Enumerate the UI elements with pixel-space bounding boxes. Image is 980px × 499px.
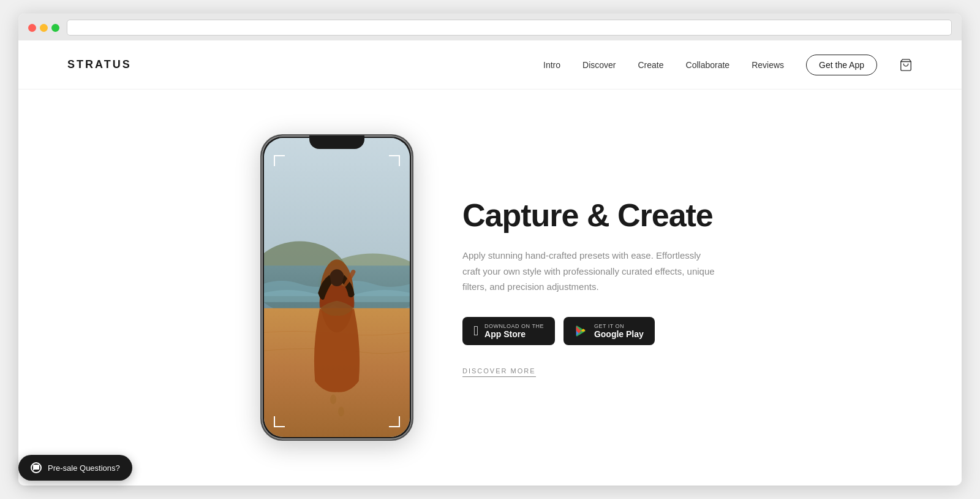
navbar: STRATUS Intro Discover Create Collaborat… bbox=[18, 40, 962, 90]
nav-links: Intro Discover Create Collaborate Review… bbox=[543, 55, 913, 75]
google-play-sub: GET IT ON bbox=[594, 323, 644, 329]
get-app-button[interactable]: Get the App bbox=[806, 55, 877, 75]
app-store-text: Download on the App Store bbox=[484, 323, 544, 339]
focus-bracket-br bbox=[389, 416, 400, 427]
browser-chrome bbox=[18, 13, 962, 40]
focus-bracket-tr bbox=[389, 155, 400, 166]
fullscreen-button[interactable] bbox=[51, 24, 59, 32]
focus-bracket-tl bbox=[274, 155, 285, 166]
nav-discover[interactable]: Discover bbox=[582, 60, 616, 70]
nav-reviews[interactable]: Reviews bbox=[752, 60, 784, 70]
minimize-button[interactable] bbox=[40, 24, 48, 32]
hero-description: Apply stunning hand-crafted presets with… bbox=[462, 248, 720, 295]
google-play-button[interactable]: GET IT ON Google Play bbox=[564, 317, 655, 345]
svg-point-7 bbox=[330, 269, 344, 286]
apple-icon:  bbox=[473, 324, 478, 338]
nav-intro[interactable]: Intro bbox=[543, 60, 560, 70]
page-content: STRATUS Intro Discover Create Collaborat… bbox=[18, 40, 962, 486]
svg-point-9 bbox=[338, 406, 344, 416]
phone-mockup bbox=[260, 134, 413, 441]
cart-icon[interactable] bbox=[899, 58, 913, 72]
hero-title: Capture & Create bbox=[462, 198, 720, 233]
traffic-lights bbox=[28, 24, 59, 32]
brand-logo[interactable]: STRATUS bbox=[67, 58, 132, 71]
google-play-main: Google Play bbox=[594, 329, 644, 339]
google-play-icon bbox=[575, 324, 588, 338]
phone-screen bbox=[264, 138, 410, 437]
store-buttons:  Download on the App Store bbox=[462, 317, 720, 345]
focus-bracket-bl bbox=[274, 416, 285, 427]
app-store-button[interactable]:  Download on the App Store bbox=[462, 317, 555, 345]
address-bar[interactable] bbox=[67, 20, 952, 36]
close-button[interactable] bbox=[28, 24, 36, 32]
chat-icon bbox=[31, 462, 42, 473]
google-play-text: GET IT ON Google Play bbox=[594, 323, 644, 339]
chat-widget[interactable]: Pre-sale Questions? bbox=[18, 455, 132, 481]
hero-text-block: Capture & Create Apply stunning hand-cra… bbox=[462, 198, 720, 377]
beach-scene bbox=[264, 138, 410, 437]
svg-point-8 bbox=[330, 395, 336, 405]
discover-more-link[interactable]: DISCOVER MORE bbox=[462, 367, 536, 377]
hero-section: Capture & Create Apply stunning hand-cra… bbox=[18, 90, 962, 486]
chat-label: Pre-sale Questions? bbox=[48, 463, 120, 473]
nav-create[interactable]: Create bbox=[638, 60, 664, 70]
phone-notch bbox=[309, 135, 364, 149]
nav-collaborate[interactable]: Collaborate bbox=[686, 60, 730, 70]
app-store-main: App Store bbox=[484, 329, 544, 339]
app-store-sub: Download on the bbox=[484, 323, 544, 329]
